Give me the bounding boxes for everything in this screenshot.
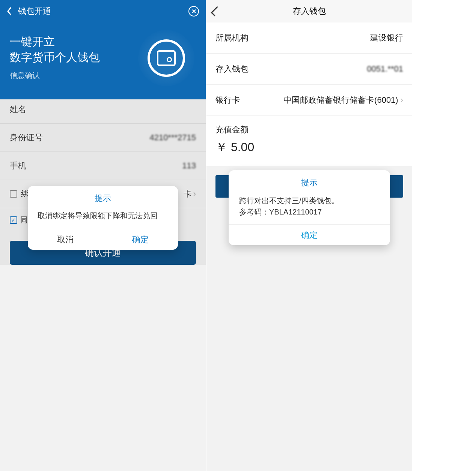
dialog-body-line1: 跨行对出不支持三/四类钱包。: [239, 195, 380, 206]
dialog-body-line2: 参考码：YBLA12110017: [239, 206, 380, 218]
dialog-prompt: 提示 跨行对出不支持三/四类钱包。 参考码：YBLA12110017 确定: [229, 170, 390, 245]
dialog-ok-button[interactable]: 确定: [229, 224, 390, 245]
screen-wallet-open: 钱包开通 ✕ 一键开立 数字货币个人钱包 信息确认 姓名 身份证号 4210**…: [0, 0, 206, 471]
dialog-ok-button[interactable]: 确定: [103, 229, 178, 250]
dialog-prompt: 提示 取消绑定将导致限额下降和无法兑回 取消 确定: [28, 186, 178, 250]
dialog-overlay: 提示 跨行对出不支持三/四类钱包。 参考码：YBLA12110017 确定: [206, 0, 412, 471]
dialog-title: 提示: [229, 170, 390, 191]
dialog-body: 跨行对出不支持三/四类钱包。 参考码：YBLA12110017: [229, 191, 390, 224]
screen-deposit-wallet: 存入钱包 所属机构 建设银行 存入钱包 0051.**01 银行卡 中国邮政储蓄…: [206, 0, 412, 471]
dialog-title: 提示: [28, 186, 178, 207]
dialog-cancel-button[interactable]: 取消: [28, 229, 103, 250]
dialog-overlay: 提示 取消绑定将导致限额下降和无法兑回 取消 确定: [0, 0, 206, 471]
dialog-body: 取消绑定将导致限额下降和无法兑回: [28, 207, 178, 229]
dialog-actions: 取消 确定: [28, 229, 178, 250]
